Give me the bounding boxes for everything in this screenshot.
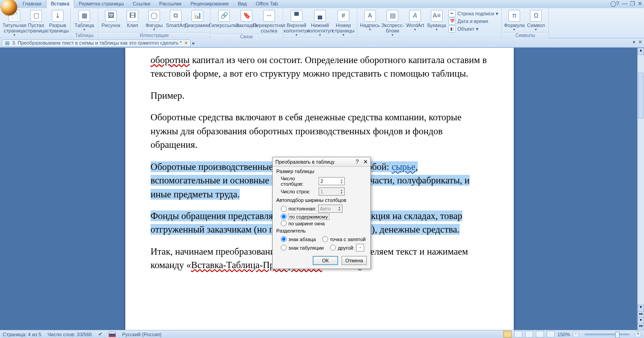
- group-label-illustrations: Иллюстрации: [98, 32, 210, 38]
- browse-object-button[interactable]: ●: [638, 317, 644, 324]
- word-doc-icon: ▤: [5, 40, 9, 46]
- ribbon: 📄Титульная страница ▢Пустая страница ⤓Ра…: [0, 8, 644, 38]
- radio-paragraph[interactable]: [281, 236, 287, 242]
- radio-fixed-width[interactable]: [281, 206, 287, 212]
- page-number-button[interactable]: #Номер страницы: [333, 9, 354, 37]
- textbox-button[interactable]: AНадпись: [360, 9, 380, 32]
- zoom-level[interactable]: 150%: [557, 332, 570, 337]
- tabbar-close[interactable]: ✕: [638, 39, 642, 45]
- view-full-screen[interactable]: [514, 331, 522, 338]
- view-print-layout[interactable]: [503, 331, 512, 338]
- tab-home[interactable]: Главная: [18, 0, 46, 8]
- new-tab-button[interactable]: ▸: [192, 40, 195, 46]
- picture-button[interactable]: 🖼Рисунок: [101, 9, 121, 28]
- vertical-scrollbar[interactable]: ▲ ▼ ▴▴ ● ▾▾: [637, 48, 644, 330]
- group-label-symbols: Символы: [502, 32, 548, 38]
- footer-button[interactable]: ▄Нижний колонтитул: [309, 9, 331, 37]
- radio-semicolon[interactable]: [322, 236, 328, 242]
- tab-office-tab[interactable]: Office Tab: [251, 0, 283, 8]
- status-bar: Страница: 4 из 5 Число слов: 33/566 ✔ Ру…: [0, 330, 644, 338]
- clipart-button[interactable]: 🎞Клип: [123, 9, 142, 28]
- columns-label: Число столбцов:: [281, 176, 316, 187]
- crossref-button[interactable]: ↔Перекрестная ссылка: [258, 9, 280, 33]
- group-header-footer: ▀Верхний колонтитул ▄Нижний колонтитул #…: [283, 8, 357, 38]
- tab-review[interactable]: Рецензирование: [186, 0, 233, 8]
- smartart-button[interactable]: ⧉SmartArt: [166, 9, 186, 28]
- radio-other[interactable]: [330, 245, 336, 251]
- minimize-button[interactable]: —: [622, 0, 627, 7]
- blank-page-button[interactable]: ▢Пустая страница: [26, 9, 46, 33]
- cancel-button[interactable]: Отмена: [342, 256, 367, 265]
- group-illustrations: 🖼Рисунок 🎞Клип ◯Фигуры ⧉SmartArt 📊Диагра…: [98, 8, 210, 38]
- status-word-count[interactable]: Число слов: 33/566: [48, 332, 92, 337]
- wordart-button[interactable]: AWordArt: [405, 9, 425, 32]
- dropcap-button[interactable]: A≡Буквица: [427, 9, 447, 32]
- group-tables: ▦Таблица Таблицы: [71, 8, 98, 38]
- dialog-help-icon[interactable]: ?: [356, 159, 359, 165]
- dialog-titlebar[interactable]: Преобразовать в таблицу ? ✕: [273, 157, 370, 167]
- tab-page-layout[interactable]: Разметка страницы: [74, 0, 128, 8]
- dialog-close-icon[interactable]: ✕: [363, 159, 368, 165]
- convert-to-table-dialog: Преобразовать в таблицу ? ✕ Размер табли…: [272, 157, 371, 269]
- document-tab-bar: ▤ 3. Преобразовываем текст в схемы и таб…: [0, 38, 644, 48]
- dialog-title: Преобразовать в таблицу: [275, 159, 334, 164]
- signature-line-button[interactable]: ✒Строка подписи ▾: [448, 10, 498, 17]
- workspace: оборотны капитал из чего он состоит. Опр…: [0, 48, 644, 330]
- zoom-out-button[interactable]: −: [573, 331, 579, 338]
- view-outline[interactable]: [536, 331, 544, 338]
- view-web-layout[interactable]: [525, 331, 533, 338]
- status-page[interactable]: Страница: 4 из 5: [3, 332, 41, 337]
- ok-button[interactable]: ОК: [313, 256, 338, 265]
- tab-mailings[interactable]: Рассылки: [155, 0, 186, 8]
- table-button[interactable]: ▦Таблица: [73, 9, 95, 32]
- columns-spinner[interactable]: 2▲▼: [319, 177, 345, 185]
- rows-label: Число строк:: [281, 189, 316, 194]
- status-language[interactable]: Русский (Россия): [122, 332, 161, 337]
- language-flag-icon: [109, 332, 116, 337]
- document-tab[interactable]: ▤ 3. Преобразовываем текст в схемы и таб…: [2, 39, 191, 47]
- tab-references[interactable]: Ссылки: [128, 0, 155, 8]
- misspelled-word: оборотны: [151, 55, 190, 65]
- close-button[interactable]: ✕: [638, 0, 642, 7]
- rows-spinner: 1▲▼: [319, 187, 345, 196]
- radio-tab[interactable]: [281, 245, 287, 251]
- other-char-input[interactable]: -: [356, 244, 364, 251]
- document-tab-close[interactable]: ×: [185, 40, 187, 46]
- scroll-down-button[interactable]: ▼: [638, 305, 644, 311]
- fixed-width-spinner: Авто▲▼: [318, 205, 343, 213]
- tabbar-menu[interactable]: ▾: [633, 39, 635, 45]
- object-button[interactable]: ◧Объект ▾: [448, 25, 498, 32]
- group-links: 🔗Гиперссылка 🔖Закладка ↔Перекрестная ссы…: [210, 8, 283, 38]
- scroll-thumb[interactable]: [638, 73, 644, 119]
- document-tab-title: 3. Преобразовываем текст в схемы и табли…: [12, 40, 182, 46]
- view-draft[interactable]: [547, 331, 555, 338]
- zoom-slider[interactable]: [585, 333, 630, 335]
- section-autofit: Автоподбор ширины столбцов: [276, 197, 367, 203]
- page-break-button[interactable]: ⤓Разрыв страницы: [48, 9, 68, 33]
- zoom-in-button[interactable]: +: [635, 331, 641, 338]
- equation-button[interactable]: πФормула: [504, 9, 524, 32]
- date-time-button[interactable]: 📅Дата и время: [448, 18, 498, 25]
- hyperlink-button[interactable]: 🔗Гиперссылка: [213, 9, 235, 28]
- help-icon[interactable]: ◯?: [610, 0, 619, 7]
- radio-by-window[interactable]: [281, 220, 287, 226]
- radio-by-content[interactable]: [281, 214, 287, 219]
- group-label-tables: Таблицы: [71, 32, 98, 38]
- tab-view[interactable]: Вид: [233, 0, 251, 8]
- zoom-slider-handle[interactable]: [615, 332, 620, 338]
- ribbon-tabs: Главная Вставка Разметка страницы Ссылки…: [0, 0, 644, 8]
- scroll-up-button[interactable]: ▲: [638, 48, 644, 55]
- shapes-button[interactable]: ◯Фигуры: [144, 9, 164, 32]
- header-button[interactable]: ▀Верхний колонтитул: [286, 9, 307, 37]
- quick-parts-button[interactable]: ▤Экспресс-блоки: [382, 9, 403, 37]
- next-page-button[interactable]: ▾▾: [638, 324, 644, 330]
- status-proofing-icon[interactable]: ✔: [98, 331, 102, 337]
- group-text: AНадпись ▤Экспресс-блоки AWordArt A≡Букв…: [357, 8, 502, 38]
- restore-button[interactable]: ❐: [630, 0, 635, 7]
- section-table-size: Размер таблицы: [276, 169, 367, 174]
- symbol-button[interactable]: ΩСимвол: [526, 9, 546, 32]
- tab-insert[interactable]: Вставка: [46, 0, 74, 8]
- group-symbols: πФормула ΩСимвол Символы: [502, 8, 549, 38]
- chart-button[interactable]: 📊Диаграмма: [187, 9, 207, 28]
- prev-page-button[interactable]: ▴▴: [638, 311, 644, 318]
